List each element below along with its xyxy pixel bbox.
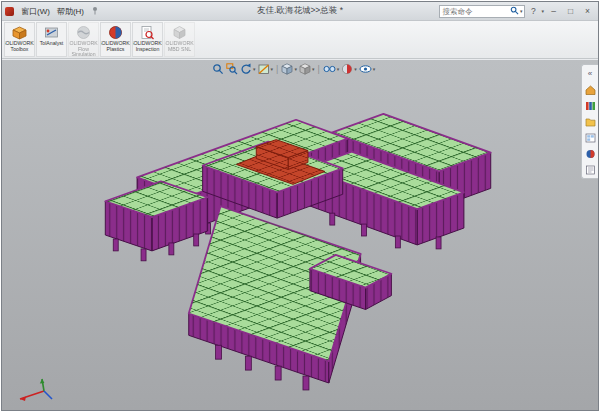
task-pane-strip: « xyxy=(581,64,598,179)
dropdown-caret-icon[interactable]: ▾ xyxy=(373,67,376,72)
addin-label-line2: Plastics xyxy=(107,47,125,53)
reference-triad-icon xyxy=(12,377,54,405)
menu-item-help[interactable]: 帮助(H) xyxy=(57,6,84,17)
view-palette-icon[interactable] xyxy=(584,132,596,143)
dropdown-caret-icon[interactable]: ▾ xyxy=(354,67,357,72)
minimize-button[interactable]: – xyxy=(546,5,561,18)
collapse-panel-icon[interactable]: « xyxy=(584,68,596,79)
dropdown-caret-icon[interactable]: ▾ xyxy=(253,67,256,72)
solidworks-resources-icon[interactable] xyxy=(584,84,596,95)
hide-show-items-icon[interactable]: ▾ xyxy=(323,63,340,75)
addin-button-3[interactable]: SOLIDWORKS Plastics xyxy=(100,22,131,57)
solidworks-window: 窗口(W) 帮助(H) 友佳.欧海花城>>总装 * ▾ ? ▾ – □ × xyxy=(1,1,599,411)
pin-icon[interactable] xyxy=(91,6,99,17)
dropdown-caret-icon[interactable]: ▾ xyxy=(337,67,340,72)
menu-bar: 窗口(W) 帮助(H) xyxy=(2,6,99,17)
close-button[interactable]: × xyxy=(580,5,595,18)
plastics-icon xyxy=(108,25,123,40)
addin-button-0[interactable]: SOLIDWORKS Toolbox xyxy=(4,22,35,57)
menu-item-window[interactable]: 窗口(W) xyxy=(21,6,50,17)
heads-up-view-toolbar: ▾ ▾ | ▾ ▾ | ▾ ▾ xyxy=(212,63,375,75)
help-dropdown-caret-icon[interactable]: ▾ xyxy=(541,9,544,14)
addin-button-5: SOLIDWORKS MBD SNL xyxy=(164,22,195,57)
display-style-icon[interactable]: ▾ xyxy=(299,63,315,75)
addin-label-line2: Flow Simulation xyxy=(69,47,98,57)
toolbar-separator: | xyxy=(316,64,320,74)
help-button[interactable]: ? xyxy=(527,5,539,18)
previous-view-icon[interactable]: ▾ xyxy=(240,63,256,75)
mbd-icon xyxy=(172,25,187,40)
view-settings-icon[interactable]: ▾ xyxy=(359,63,376,75)
custom-properties-icon[interactable] xyxy=(584,164,596,175)
dropdown-caret-icon[interactable]: ▾ xyxy=(271,67,274,72)
design-library-icon[interactable] xyxy=(584,100,596,111)
file-explorer-icon[interactable] xyxy=(584,116,596,127)
titlebar-right: ▾ ? ▾ – □ × xyxy=(439,5,598,18)
model-far-left-block[interactable] xyxy=(105,181,207,260)
titlebar: 窗口(W) 帮助(H) 友佳.欧海花城>>总装 * ▾ ? ▾ – □ × xyxy=(2,2,598,21)
search-input[interactable] xyxy=(442,7,508,16)
maximize-button[interactable]: □ xyxy=(563,5,578,18)
view-orientation-icon[interactable]: ▾ xyxy=(281,63,297,75)
command-search-box: ▾ xyxy=(439,5,525,18)
search-icon[interactable] xyxy=(510,6,519,17)
app-icon[interactable] xyxy=(5,7,14,16)
addin-label-line2: Toolbox xyxy=(11,47,29,53)
addin-label-line2: Inspection xyxy=(136,47,160,53)
toolbar-separator: | xyxy=(275,64,279,74)
addin-button-1[interactable]: TolAnalyst xyxy=(36,22,67,57)
edit-appearance-icon[interactable]: ▾ xyxy=(341,63,357,75)
dropdown-caret-icon[interactable]: ▾ xyxy=(294,67,297,72)
assembly-model[interactable] xyxy=(2,60,598,410)
solidworks-toolbox-icon xyxy=(12,25,27,40)
search-dropdown-caret-icon[interactable]: ▾ xyxy=(520,9,523,14)
tolanalyst-icon xyxy=(44,25,59,40)
addin-label-line1: TolAnalyst xyxy=(40,41,64,47)
addin-button-4[interactable]: SOLIDWORKS Inspection xyxy=(132,22,163,57)
appearances-scenes-icon[interactable] xyxy=(584,148,596,159)
inspection-icon xyxy=(140,25,155,40)
zoom-area-icon[interactable] xyxy=(226,63,238,75)
viewport-3d[interactable]: ▾ ▾ | ▾ ▾ | ▾ ▾ xyxy=(2,60,598,410)
zoom-fit-icon[interactable] xyxy=(212,63,224,75)
section-view-icon[interactable]: ▾ xyxy=(258,63,274,75)
flow-simulation-icon xyxy=(76,25,91,40)
addin-label-line2: MBD SNL xyxy=(168,47,191,53)
dropdown-caret-icon[interactable]: ▾ xyxy=(312,67,315,72)
ribbon-addins: SOLIDWORKS Toolbox TolAnalyst SOLIDWORKS… xyxy=(2,21,598,59)
addin-button-2: SOLIDWORKS Flow Simulation xyxy=(68,22,99,57)
